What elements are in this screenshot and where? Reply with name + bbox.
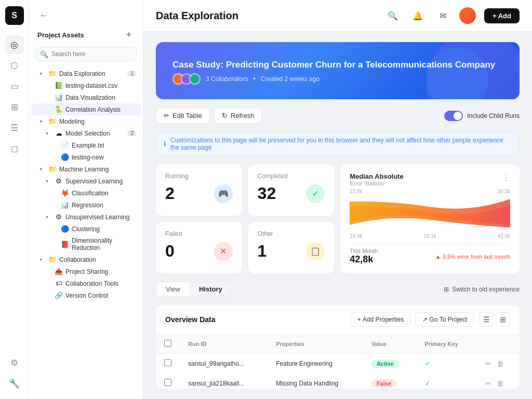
edit-icon: ✏ bbox=[164, 112, 169, 119]
go-to-project-button[interactable]: ↗ Go To Project bbox=[416, 312, 474, 327]
collaborator-avatars bbox=[172, 73, 201, 85]
nav-analytics[interactable]: ◎ bbox=[5, 35, 24, 54]
stat-value: 0 bbox=[165, 242, 175, 261]
switch-old-experience[interactable]: ⊞ Switch to old experience bbox=[444, 286, 520, 293]
delete-row-button[interactable]: 🗑 bbox=[497, 360, 504, 368]
row-checkbox[interactable] bbox=[164, 379, 171, 386]
cell-properties: Missing Data Handling bbox=[268, 374, 363, 389]
tab-view[interactable]: View bbox=[156, 282, 190, 296]
row-checkbox[interactable] bbox=[164, 359, 171, 366]
nav-settings[interactable]: ⚙ bbox=[5, 353, 24, 372]
collaborators-count: 3 Collaborators bbox=[206, 75, 248, 83]
add-button[interactable]: + Add bbox=[484, 8, 520, 23]
tree-item-supervised[interactable]: ▾ ⚙ Supervised Learning bbox=[31, 175, 141, 187]
chart-value: 42,8k bbox=[350, 254, 378, 265]
stat-icon-running: 🎮 bbox=[214, 184, 233, 203]
data-table: Run ID Properties Value Primary Key sans… bbox=[156, 335, 520, 389]
created-date: Created 2 weeks ago bbox=[261, 75, 320, 83]
select-all-checkbox[interactable] bbox=[164, 340, 171, 347]
edit-row-button[interactable]: ✏ bbox=[485, 379, 491, 388]
tree-label: Dimensionality Reduction bbox=[72, 237, 137, 251]
add-properties-button[interactable]: + Add Properties bbox=[351, 312, 410, 327]
add-asset-button[interactable]: + bbox=[123, 29, 135, 41]
chart-label-top-left: 23.8k bbox=[350, 189, 362, 194]
tree-label: Machine Learning bbox=[59, 166, 137, 173]
stat-completed: Completed 32 ✓ bbox=[248, 164, 335, 216]
table-view-list[interactable]: ☰ bbox=[479, 312, 494, 327]
back-button[interactable]: ← bbox=[35, 8, 52, 23]
nav-database[interactable]: ⬡ bbox=[5, 56, 24, 75]
tree-label: Correlation Analysis bbox=[65, 106, 137, 113]
delete-row-button[interactable]: 🗑 bbox=[497, 379, 504, 388]
tree-label: Collaboration Tools bbox=[65, 280, 137, 287]
banner-title: Case Study: Predicting Customer Churn fo… bbox=[172, 60, 503, 70]
edit-table-button[interactable]: ✏ Edit Table bbox=[156, 108, 210, 124]
view-history-tabs: View History bbox=[156, 282, 232, 297]
tree-item-dataset[interactable]: 📗 testing-dataset.csv bbox=[31, 79, 141, 91]
chart-label-bottom-0: 18.4k bbox=[350, 233, 362, 239]
chart-title: Median Absolute bbox=[350, 172, 404, 180]
nav-grid[interactable]: ⊞ bbox=[5, 98, 24, 116]
chart-label-bottom-1: 29.1k bbox=[423, 233, 436, 239]
tree-label: Regression bbox=[72, 202, 137, 209]
tree-item-data-viz[interactable]: 📊 Data Visualization bbox=[31, 91, 141, 103]
tree-item-collaboration[interactable]: ▾ 📁 Collaboration bbox=[31, 254, 141, 265]
chart-menu-icon[interactable]: ⋮ bbox=[502, 172, 510, 182]
tree-item-project-sharing[interactable]: 📤 Project Sharing bbox=[31, 265, 141, 277]
avatar-3 bbox=[189, 73, 201, 85]
chart-label-bottom-2: 42.8k bbox=[498, 233, 510, 239]
nav-layers[interactable]: ☰ bbox=[5, 118, 24, 137]
overview-header: Overview Data + Add Properties ↗ Go To P… bbox=[156, 305, 520, 335]
stat-value: 32 bbox=[258, 184, 276, 203]
tree-item-clustering[interactable]: 🔵 Clustering bbox=[31, 223, 141, 235]
include-child-runs-label: Include Child Runs bbox=[467, 112, 520, 119]
user-avatar[interactable] bbox=[459, 7, 476, 24]
table-view-grid[interactable]: ⊞ bbox=[496, 312, 510, 327]
tree-label: Collaboration bbox=[59, 256, 137, 263]
tree-item-collab-tools[interactable]: 🏷 Collaboration Tools bbox=[31, 277, 141, 289]
notifications-button[interactable]: 🔔 bbox=[409, 7, 426, 24]
nav-monitor[interactable]: ▭ bbox=[5, 77, 24, 96]
search-input[interactable] bbox=[35, 47, 137, 61]
tree-item-correlation[interactable]: 🐍 Correlation Analysis bbox=[31, 103, 141, 115]
tree-item-model-selection[interactable]: ▾ ☁ Model Selection 2 bbox=[31, 127, 141, 139]
stat-label: Failed bbox=[165, 230, 233, 237]
tree-item-classification[interactable]: 🦊 Classification bbox=[31, 187, 141, 199]
tree-item-dimensionality[interactable]: 📕 Dimensionality Reduction bbox=[31, 235, 141, 254]
refresh-button[interactable]: ↻ Refresh bbox=[214, 108, 262, 124]
search-container: 🔍 bbox=[35, 47, 137, 61]
content-area: Case Study: Predicting Customer Churn fo… bbox=[143, 32, 532, 399]
nav-document[interactable]: ◻ bbox=[5, 139, 24, 158]
edit-row-button[interactable]: ✏ bbox=[485, 360, 491, 368]
tree-label: Unsupervised Learning bbox=[65, 214, 137, 221]
tree-item-modeling[interactable]: ▾ 📁 Modeling bbox=[31, 115, 141, 127]
nav-gear[interactable]: 🔧 bbox=[5, 374, 24, 393]
info-icon: ℹ bbox=[164, 140, 166, 148]
chart-month: This Month bbox=[350, 248, 378, 254]
tree-item-example[interactable]: 📄 Example.txt bbox=[31, 139, 141, 151]
tree-item-regression[interactable]: 📊 Regression bbox=[31, 199, 141, 211]
tree-label: testing-new bbox=[72, 154, 137, 161]
tree-item-version-control[interactable]: 🔗 Version Control bbox=[31, 289, 141, 301]
table-row: sansui_jia218kaall... Missing Data Handl… bbox=[156, 374, 520, 389]
chart-card: Median Absolute Error Statistic ⋮ 23.8k … bbox=[340, 164, 520, 273]
sidebar-header: Project Assets + bbox=[29, 29, 143, 47]
toolbar-row: ✏ Edit Table ↻ Refresh Include Child Run… bbox=[156, 108, 520, 124]
funnel-chart bbox=[350, 196, 510, 230]
col-primary-key: Primary Key bbox=[417, 335, 477, 354]
messages-button[interactable]: ✉ bbox=[434, 7, 451, 24]
tree-label: Classification bbox=[72, 190, 137, 197]
tree-label: Version Control bbox=[65, 292, 137, 299]
stats-section: Running 2 🎮 Completed 32 ✓ Failed bbox=[156, 164, 520, 273]
tree-item-ml[interactable]: ▾ 📁 Machine Learning bbox=[31, 163, 141, 175]
tree-item-data-exploration[interactable]: ▾ 📁 Data Exploration 1 bbox=[31, 68, 141, 79]
cell-run-id: sansui_99arigathо... bbox=[180, 354, 268, 374]
tree-item-testing-new[interactable]: 🔵 testing-new bbox=[31, 151, 141, 163]
tab-history[interactable]: History bbox=[190, 282, 232, 296]
search-button[interactable]: 🔍 bbox=[384, 7, 401, 24]
switch-label: Switch to old experience bbox=[452, 286, 520, 293]
include-child-runs-toggle[interactable] bbox=[444, 111, 463, 121]
info-text: Customizations to this page will be pres… bbox=[170, 137, 512, 151]
view-history-row: View History ⊞ Switch to old experience bbox=[156, 282, 520, 297]
tree-item-unsupervised[interactable]: ▾ ⚙ Unsupervised Learning bbox=[31, 211, 141, 223]
